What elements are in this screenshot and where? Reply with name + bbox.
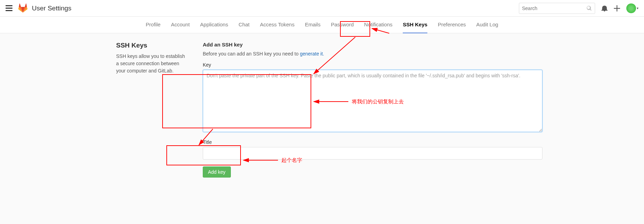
- tab-password[interactable]: Password: [331, 17, 354, 33]
- tab-chat[interactable]: Chat: [238, 17, 250, 33]
- tab-emails[interactable]: Emails: [305, 17, 321, 33]
- form-heading: Add an SSH key: [203, 42, 542, 48]
- tab-audit-log[interactable]: Audit Log: [476, 17, 498, 33]
- title-input[interactable]: [203, 147, 542, 160]
- tab-notifications[interactable]: Notifications: [364, 17, 393, 33]
- bell-icon[interactable]: [601, 5, 608, 11]
- tab-applications[interactable]: Applications: [200, 17, 228, 33]
- generate-link[interactable]: generate it.: [300, 51, 324, 57]
- tab-ssh-keys[interactable]: SSH Keys: [403, 17, 427, 33]
- nav-tabs: Profile Account Applications Chat Access…: [0, 17, 644, 33]
- main-column: Add an SSH key Before you can add an SSH…: [203, 42, 542, 178]
- tab-preferences[interactable]: Preferences: [438, 17, 466, 33]
- search-box[interactable]: [519, 3, 595, 14]
- top-bar: User Settings ▾: [0, 0, 644, 17]
- gitlab-logo-icon[interactable]: [18, 3, 28, 13]
- form-intro: Before you can add an SSH key you need t…: [203, 51, 542, 57]
- title-label: Title: [203, 139, 542, 145]
- avatar[interactable]: [626, 3, 636, 13]
- add-key-button[interactable]: Add key: [203, 166, 231, 178]
- search-icon: [586, 6, 592, 11]
- plus-icon[interactable]: [614, 5, 620, 11]
- side-column: SSH Keys SSH keys allow you to establish…: [78, 42, 189, 178]
- key-label: Key: [203, 62, 542, 68]
- tab-access-tokens[interactable]: Access Tokens: [260, 17, 295, 33]
- side-description: SSH keys allow you to establish a secure…: [116, 53, 189, 75]
- key-textarea[interactable]: [203, 70, 542, 132]
- page-title: User Settings: [32, 5, 71, 12]
- search-input[interactable]: [522, 6, 586, 11]
- side-heading: SSH Keys: [116, 42, 189, 49]
- hamburger-icon[interactable]: [6, 5, 12, 12]
- tab-profile[interactable]: Profile: [146, 17, 161, 33]
- chevron-down-icon[interactable]: ▾: [637, 6, 638, 10]
- content-area: SSH Keys SSH keys allow you to establish…: [72, 33, 572, 186]
- tab-account[interactable]: Account: [171, 17, 190, 33]
